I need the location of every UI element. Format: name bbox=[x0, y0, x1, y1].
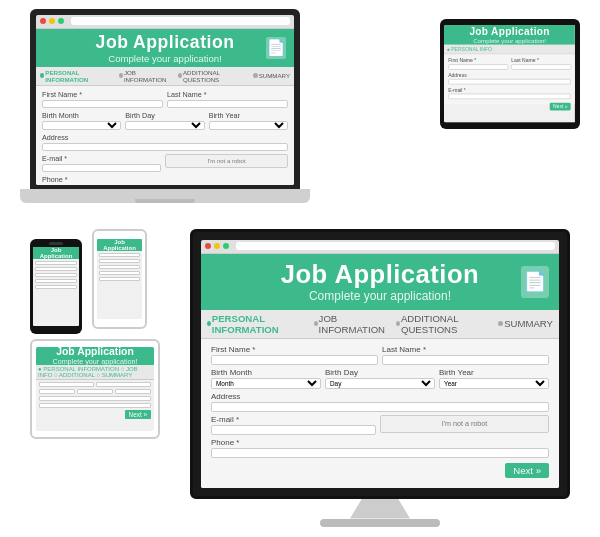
desktop-nav: PERSONAL INFORMATION JOB INFORMATION ADD… bbox=[201, 310, 559, 339]
d-address-input[interactable] bbox=[211, 402, 549, 412]
min-dot bbox=[49, 18, 55, 24]
ts-subtitle: Complete your application! bbox=[52, 357, 137, 366]
email-input[interactable] bbox=[42, 164, 161, 172]
nav-dot-2 bbox=[119, 73, 123, 78]
pl-input1 bbox=[99, 253, 140, 257]
ts-next[interactable]: Next » bbox=[125, 410, 151, 419]
ts-i5 bbox=[115, 389, 151, 394]
m-max-dot bbox=[223, 243, 229, 249]
tr-subtitle: Complete your application! bbox=[473, 36, 546, 43]
tr-row2: Address bbox=[448, 71, 571, 84]
nav-dot-3 bbox=[178, 73, 182, 78]
d-nav-step1: PERSONAL INFORMATION bbox=[207, 313, 304, 335]
ts-row1 bbox=[39, 382, 151, 387]
d-dot4 bbox=[498, 321, 503, 326]
d-field-day: Birth Day Day bbox=[325, 368, 435, 389]
pl-header: Job Application bbox=[97, 239, 142, 251]
tr-title: Job Application bbox=[469, 25, 549, 36]
field-birth-month: Birth Month bbox=[42, 111, 121, 130]
row-phone: Phone * bbox=[42, 175, 288, 185]
laptop-screen: Job Application Complete your applicatio… bbox=[36, 15, 294, 185]
nav-dot-1 bbox=[40, 73, 44, 78]
tr-last[interactable] bbox=[511, 64, 571, 70]
phone-dark-device: Job Application bbox=[30, 239, 82, 334]
birth-day-select[interactable] bbox=[125, 121, 204, 130]
tr-header: Job Application Complete your applicatio… bbox=[444, 25, 575, 45]
d-phone-input[interactable] bbox=[211, 448, 549, 458]
laptop-app-form: Job Application Complete your applicatio… bbox=[36, 29, 294, 185]
desktop-app-form: Job Application Complete your applicatio… bbox=[201, 254, 559, 488]
d-day-select[interactable]: Day bbox=[325, 378, 435, 389]
d-dot3 bbox=[396, 321, 400, 326]
d-first-name[interactable] bbox=[211, 355, 378, 365]
tr-next[interactable]: Next » bbox=[549, 102, 571, 110]
tr-body: First Name * Last Name * Address bbox=[444, 54, 575, 104]
d-field-year: Birth Year Year bbox=[439, 368, 549, 389]
pd-header: Job Application bbox=[33, 247, 79, 259]
pd-body bbox=[33, 259, 79, 293]
pd-input1 bbox=[35, 261, 77, 265]
d-nav-step2: JOB INFORMATION bbox=[314, 313, 386, 335]
ts-i2 bbox=[96, 382, 151, 387]
d-field-email: E-mail * bbox=[211, 415, 376, 435]
tablet-right-device: Job Application Complete your applicatio… bbox=[440, 19, 580, 129]
max-dot bbox=[58, 18, 64, 24]
scene: Job Application Complete your applicatio… bbox=[10, 9, 590, 529]
ts-title: Job Application bbox=[56, 347, 134, 357]
tr-addr[interactable] bbox=[448, 78, 571, 84]
laptop-device: Job Application Complete your applicatio… bbox=[30, 9, 310, 203]
tr-f4: E-mail * bbox=[448, 86, 571, 99]
tablet-small-frame: Job Application Complete your applicatio… bbox=[30, 339, 160, 439]
d-recaptcha[interactable]: I'm not a robot bbox=[380, 415, 549, 433]
pl-input5 bbox=[99, 277, 140, 281]
tablet-small-device: Job Application Complete your applicatio… bbox=[30, 339, 160, 439]
tablet-small-screen: Job Application Complete your applicatio… bbox=[36, 347, 154, 431]
phone-dark-screen: Job Application bbox=[33, 247, 79, 326]
birth-year-select[interactable] bbox=[209, 121, 288, 130]
d-email-input[interactable] bbox=[211, 425, 376, 435]
m-url-bar bbox=[236, 242, 555, 250]
ts-i6 bbox=[39, 396, 151, 401]
tr-email[interactable] bbox=[448, 93, 571, 99]
d-field-phone: Phone * bbox=[211, 438, 549, 458]
laptop-doc-icon: 📄 bbox=[266, 37, 286, 59]
tr-row3: E-mail * bbox=[448, 86, 571, 99]
ts-header: Job Application Complete your applicatio… bbox=[36, 347, 154, 365]
desktop-device: Job Application Complete your applicatio… bbox=[190, 229, 570, 527]
phone-dark-frame: Job Application bbox=[30, 239, 82, 334]
field-address: Address bbox=[42, 133, 288, 151]
first-name-input[interactable] bbox=[42, 100, 163, 108]
laptop-subtitle: Complete your application! bbox=[108, 53, 222, 64]
desktop-header: Job Application Complete your applicatio… bbox=[201, 254, 559, 310]
phone-light-device: Job Application bbox=[92, 229, 147, 329]
recaptcha-box[interactable]: I'm not a robot bbox=[165, 154, 288, 168]
d-year-select[interactable]: Year bbox=[439, 378, 549, 389]
pl-input3 bbox=[99, 265, 140, 269]
pl-input4 bbox=[99, 271, 140, 275]
ts-i1 bbox=[39, 382, 94, 387]
monitor-browser-bar bbox=[201, 240, 559, 254]
desktop-title: Job Application bbox=[281, 260, 480, 289]
d-nav-step4: SUMMARY bbox=[498, 318, 553, 329]
d-month-select[interactable]: Month bbox=[211, 378, 321, 389]
desktop-subtitle: Complete your application! bbox=[309, 289, 451, 303]
d-last-name[interactable] bbox=[382, 355, 549, 365]
field-first-name: First Name * bbox=[42, 90, 163, 108]
address-input[interactable] bbox=[42, 143, 288, 151]
browser-url-bar bbox=[71, 17, 290, 25]
d-field-last: Last Name * bbox=[382, 345, 549, 365]
monitor-stand bbox=[350, 499, 410, 519]
last-name-input[interactable] bbox=[167, 100, 288, 108]
tr-row1: First Name * Last Name * bbox=[448, 57, 571, 70]
tablet-right-frame: Job Application Complete your applicatio… bbox=[440, 19, 580, 129]
pd-input3 bbox=[35, 273, 77, 277]
d-row-phone: Phone * bbox=[211, 438, 549, 458]
pl-body bbox=[97, 251, 142, 285]
tr-first[interactable] bbox=[448, 64, 508, 70]
ts-nav: ● PERSONAL INFORMATION ○ JOB INFO ○ ADDI… bbox=[36, 365, 154, 380]
d-next-button[interactable]: Next » bbox=[505, 463, 549, 478]
d-nav-step3: ADDITIONAL QUESTIONS bbox=[396, 313, 488, 335]
pd-title: Job Application bbox=[34, 247, 78, 259]
birth-month-select[interactable] bbox=[42, 121, 121, 130]
tr-nav-text: ● PERSONAL INFO bbox=[447, 46, 492, 52]
